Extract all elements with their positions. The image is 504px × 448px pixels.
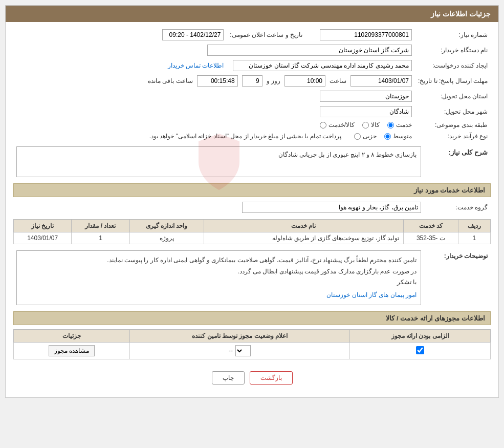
permit-status-select[interactable]: ▼ xyxy=(235,345,251,356)
notes-table: توضیحات خریدار: تامین کننده محترم لطفاً … xyxy=(13,248,491,307)
page-header: جزئیات اطلاعات نیاز xyxy=(6,6,498,22)
announce-input[interactable] xyxy=(162,29,224,40)
deadline-date-input[interactable] xyxy=(350,75,412,87)
services-section-title: اطلاعات خدمات مورد نیاز xyxy=(13,183,491,197)
need-number-label: شماره نیاز: xyxy=(415,27,491,42)
services-table: ردیف کد خدمت نام خدمت واحد اندازه گیری ت… xyxy=(13,219,491,244)
svg-text:ANA: ANA xyxy=(211,160,226,168)
col-quantity: تعداد / مقدار xyxy=(72,220,129,232)
province-label: استان محل تحویل: xyxy=(415,89,491,104)
basic-info-table: شماره نیاز: تاریخ و ساعت اعلان عمومی: نا… xyxy=(13,27,491,142)
col-service-name: نام خدمت xyxy=(204,220,403,232)
permit-required-checkbox[interactable] xyxy=(416,346,424,354)
service-unit: پروژه xyxy=(129,232,204,244)
notes-line-1: تامین کننده محترم لطفاً برگ پیشنهاد نرخ،… xyxy=(107,257,417,264)
buyer-org-label: نام دستگاه خریدار: xyxy=(415,42,491,58)
permits-col-required: الزامی بودن ارائه مجوز xyxy=(350,330,491,343)
notes-line-3: با تشکر xyxy=(397,279,417,286)
province-input[interactable] xyxy=(320,91,412,102)
deadline-time-label: ساعت xyxy=(330,77,346,84)
col-unit: واحد اندازه گیری xyxy=(129,220,204,232)
permits-col-details: جزئیات xyxy=(14,330,130,343)
col-row-num: ردیف xyxy=(458,220,490,232)
description-box: ANA بازسازی خطوط ۸ و ۲ اینچ عبوری از پل … xyxy=(16,146,421,177)
service-group-input[interactable] xyxy=(242,202,421,213)
category-option-both[interactable]: کالا/خدمت xyxy=(320,121,355,129)
watermark-shield-icon: ANA xyxy=(188,131,250,193)
process-option-medium[interactable]: متوسط xyxy=(384,133,412,140)
category-option-goods[interactable]: کالا xyxy=(362,121,380,129)
permit-details-cell: مشاهده مجوز xyxy=(14,343,130,359)
need-number-input[interactable] xyxy=(320,29,412,40)
service-code: ت -35-352 xyxy=(403,232,458,244)
deadline-time-input[interactable] xyxy=(284,75,325,87)
city-label: شهر محل تحویل: xyxy=(415,104,491,119)
description-label: شرح کلی نیاز: xyxy=(424,144,491,179)
col-date: تاریخ نیاز xyxy=(14,220,72,232)
permit-status-cell: ▼ -- xyxy=(129,343,349,359)
service-row-1: 1 ت -35-352 تولید گاز، توزیع سوخت‌های گا… xyxy=(14,232,491,244)
service-date: 1403/01/07 xyxy=(14,232,72,244)
deadline-days-input[interactable] xyxy=(242,75,262,87)
footer-buttons: بازگشت چاپ xyxy=(13,364,491,392)
notes-label: توضیحات خریدار: xyxy=(424,248,491,307)
process-label: نوع فرآیند خرید: xyxy=(415,131,491,142)
service-quantity: 1 xyxy=(72,232,129,244)
permit-status-text: -- xyxy=(229,347,233,354)
category-radio-group: خدمت کالا کالا/خدمت xyxy=(320,121,412,129)
creator-input[interactable] xyxy=(233,60,412,71)
permits-table: الزامی بودن ارائه مجوز اعلام وضعیت مجوز … xyxy=(13,329,491,359)
deadline-remaining-label: ساعت باقی مانده xyxy=(148,77,193,84)
service-group-label: گروه خدمت: xyxy=(424,200,491,215)
back-button[interactable]: بازگشت xyxy=(250,371,293,385)
permits-section-title: اطلاعات مجوزهای ارائه خدمت / کالا xyxy=(13,311,491,325)
city-input[interactable] xyxy=(320,106,412,117)
page-title: جزئیات اطلاعات نیاز xyxy=(431,10,491,18)
print-button[interactable]: چاپ xyxy=(212,371,245,385)
service-group-table: گروه خدمت: xyxy=(13,200,491,215)
permit-row-1: ▼ -- مشاهده مجوز xyxy=(14,343,491,359)
deadline-label: مهلت ارسال پاسخ: تا تاریخ: xyxy=(415,73,491,89)
service-name: تولید گاز، توزیع سوخت‌های گازی از طریق ش… xyxy=(204,232,403,244)
deadline-remaining-input[interactable] xyxy=(197,75,238,87)
notes-box: تامین کننده محترم لطفاً برگ پیشنهاد نرخ،… xyxy=(16,250,421,305)
process-option-minor[interactable]: جزیی xyxy=(354,133,377,140)
permits-col-status: اعلام وضعیت مجوز توسط تامین کننده xyxy=(129,330,349,343)
description-text: بازسازی خطوط ۸ و ۲ اینچ عبوری از پل جریا… xyxy=(278,151,417,158)
category-label: طبقه بندی موضوعی: xyxy=(415,119,491,131)
notes-link[interactable]: امور پیمان های گاز استان خوزستان xyxy=(21,290,417,301)
creator-contact-link[interactable]: اطلاعات تماس خریدار xyxy=(168,62,224,69)
view-permit-button[interactable]: مشاهده مجوز xyxy=(49,345,95,356)
description-table: شرح کلی نیاز: ANA بازسازی خطوط ۸ و ۲ این… xyxy=(13,144,491,179)
buyer-org-input[interactable] xyxy=(207,45,412,56)
announce-label: تاریخ و ساعت اعلان عمومی: xyxy=(227,27,313,42)
deadline-days-label: روز و xyxy=(267,77,280,84)
col-service-code: کد خدمت xyxy=(403,220,458,232)
content-area: شماره نیاز: تاریخ و ساعت اعلان عمومی: نا… xyxy=(6,22,498,397)
creator-label: ایجاد کننده درخواست: xyxy=(415,58,491,73)
notes-line-2: در صورت عدم بارگزاری مدارک مذکور قیمت پی… xyxy=(237,268,417,275)
page-wrapper: جزئیات اطلاعات نیاز شماره نیاز: تاریخ و … xyxy=(0,0,504,403)
service-row-num: 1 xyxy=(458,232,490,244)
permit-required-cell xyxy=(350,343,491,359)
main-container: جزئیات اطلاعات نیاز شماره نیاز: تاریخ و … xyxy=(5,5,499,398)
category-option-service[interactable]: خدمت xyxy=(387,121,412,129)
